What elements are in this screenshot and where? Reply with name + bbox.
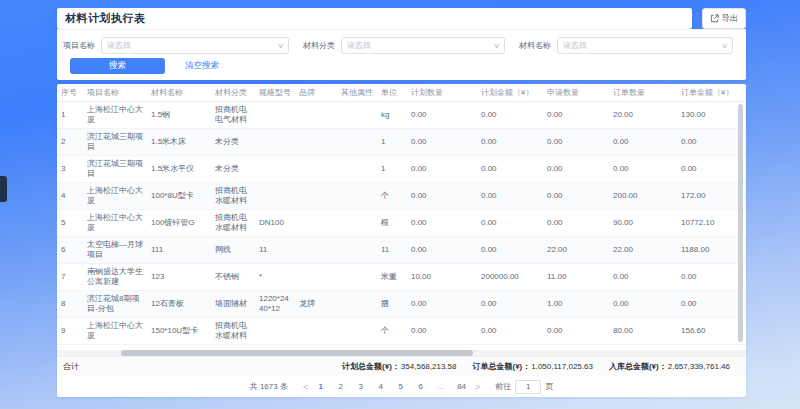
page-button[interactable]: 1 (317, 382, 324, 391)
sidebar-collapse-handle[interactable] (0, 176, 7, 202)
table-cell-text: 不锈钢 (215, 272, 239, 282)
summary-total-label: 合计 (57, 361, 79, 372)
table-cell: 90.00 (609, 210, 677, 236)
table-cell: 0.00 (543, 102, 609, 128)
table-cell-text: 1 (381, 137, 385, 147)
table-cell-text: 1.5米木床 (151, 137, 186, 147)
table-cell (337, 156, 377, 182)
next-page-icon[interactable]: > (473, 382, 482, 392)
export-button[interactable]: 导出 (702, 8, 746, 29)
table-cell-text: 0.00 (481, 245, 497, 255)
prev-page-icon[interactable]: < (301, 382, 310, 392)
table-header-cell: 项目名称 (83, 87, 147, 98)
page-button[interactable]: 6 (417, 382, 424, 391)
table-cell: 0.00 (477, 237, 543, 263)
table-cell (255, 183, 295, 209)
table-cell-text: 7 (61, 272, 65, 282)
page-button[interactable]: 4 (377, 382, 384, 391)
table-cell-text: 滨江花城三期项目 (87, 132, 143, 153)
page-button[interactable]: 3 (357, 382, 364, 391)
table-cell: 9 (57, 318, 83, 344)
table-cell: 10.00 (407, 264, 477, 290)
filter-select[interactable]: 请选择∨ (341, 37, 505, 54)
table-cell: 100*8U型卡 (147, 183, 211, 209)
table-cell-text: 0.00 (411, 299, 427, 309)
table-cell: 0.00 (477, 291, 543, 317)
search-button[interactable]: 搜索 (70, 58, 165, 74)
table-cell: 上海松江中心大厦 (83, 210, 147, 236)
table-cell-text: 1 (381, 164, 385, 174)
table-cell-text: 0.00 (547, 164, 563, 174)
table-cell: 根 (377, 210, 407, 236)
table-cell-text: 1.00 (547, 299, 563, 309)
clear-search-link[interactable]: 清空搜索 (185, 60, 219, 72)
table-cell: 1 (377, 129, 407, 155)
table-cell-text: 3 (61, 164, 65, 174)
table-cell: 8 (57, 291, 83, 317)
table-cell: 招商机电 水暖材料 (211, 318, 255, 344)
table-cell-text: 0.00 (681, 137, 697, 147)
table-cell: 200000.00 (477, 264, 543, 290)
table-cell-text: 1 (61, 110, 65, 120)
chevron-down-icon: ∨ (721, 42, 728, 50)
table-cell: 4 (57, 183, 83, 209)
page-button[interactable]: 84 (457, 382, 466, 391)
table-cell (337, 129, 377, 155)
filter-select[interactable]: 请选择∨ (557, 37, 733, 54)
table-cell (337, 237, 377, 263)
table-cell-text: 0.00 (411, 191, 427, 201)
table-cell-text: 上海松江中心大厦 (87, 321, 143, 342)
page-button[interactable]: 2 (337, 382, 344, 391)
table-cell: 0.00 (477, 102, 543, 128)
table-cell-text: 5 (61, 218, 65, 228)
jump-suffix-label: 页 (545, 381, 553, 392)
page-button[interactable]: 5 (397, 382, 404, 391)
table-cell: 0.00 (677, 156, 737, 182)
table-cell: 未分类 (211, 129, 255, 155)
summary-item: 订单总金额(¥)：1,050,117,025.63 (472, 361, 592, 372)
vertical-scrollbar-thumb[interactable] (738, 104, 743, 342)
table-row: 4上海松江中心大厦100*8U型卡招商机电 水暖材料个0.000.000.002… (57, 183, 746, 210)
export-icon (710, 14, 719, 23)
table-cell-text: 招商机电 水暖材料 (215, 186, 251, 207)
summary-item-label: 入库总金额(¥)： (609, 362, 667, 371)
table-cell: 11 (377, 237, 407, 263)
table-cell-text: 0.00 (681, 272, 697, 282)
table-cell: 0.00 (407, 183, 477, 209)
table-cell-text: 11 (259, 245, 267, 255)
table-cell: 0.00 (677, 129, 737, 155)
filter-select[interactable]: 请选择∨ (101, 37, 289, 54)
table-cell-text: 0.00 (613, 272, 629, 282)
table-cell: 上海松江中心大厦 (83, 318, 147, 344)
table-cell-text: 1.5钢 (151, 110, 170, 120)
table-cell: 0.00 (543, 318, 609, 344)
table-cell: 200.00 (609, 183, 677, 209)
table-header-cell: 申请数量 (543, 87, 609, 98)
filter-actions: 搜索 清空搜索 (70, 58, 219, 74)
table-cell-text: 南钢盛达大学生公寓新建 (87, 267, 143, 288)
table-cell: 0.00 (609, 264, 677, 290)
table-cell-text: 滨江花城三期项目 (87, 159, 143, 180)
table-cell: 个 (377, 318, 407, 344)
table-cell-text: 滨江花城8期项目-分包 (87, 294, 143, 315)
table-cell: 龙牌 (295, 291, 337, 317)
table-cell: 2 (57, 129, 83, 155)
table-cell-text: 1188.00 (681, 245, 709, 255)
table-cell-text: 0.00 (411, 326, 427, 336)
table-header-cell: 订单金额（¥） (677, 87, 737, 98)
page-jump-input[interactable] (515, 380, 541, 394)
table-cell: 未分类 (211, 156, 255, 182)
table-cell-text: 太空电梯—月球项目 (87, 240, 143, 261)
table-cell-text: 0.00 (411, 110, 427, 120)
table-cell-text: 根 (381, 218, 389, 228)
table-cell-text: 上海松江中心大厦 (87, 105, 143, 126)
filter-placeholder: 请选择 (107, 40, 278, 51)
table-cell-text: 上海松江中心大厦 (87, 186, 143, 207)
summary-item-label: 计划总金额(¥)： (342, 362, 400, 371)
summary-item-value: 1,050,117,025.63 (531, 362, 593, 371)
table-cell-text: 龙牌 (299, 299, 315, 309)
table-cell-text: 0.00 (411, 245, 427, 255)
table-cell: 172.00 (677, 183, 737, 209)
table-cell: 1.5米木床 (147, 129, 211, 155)
table-cell: 0.00 (477, 183, 543, 209)
